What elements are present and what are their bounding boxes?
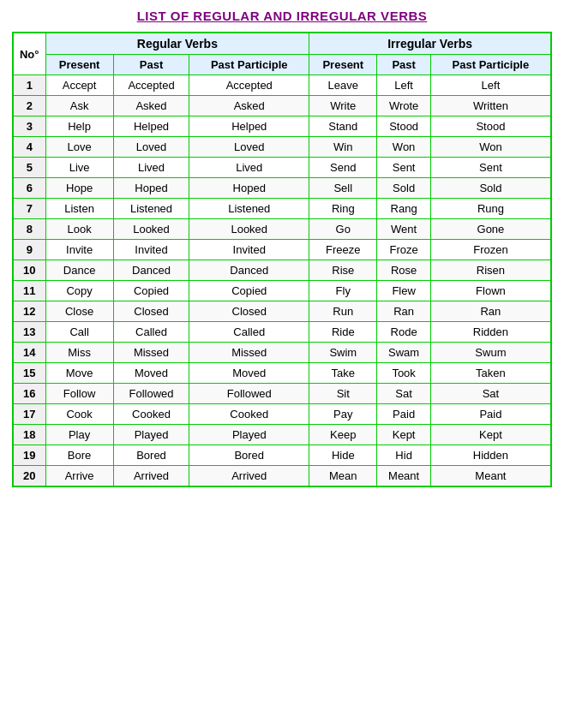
- cell-value: Went: [377, 219, 430, 240]
- cell-value: Arrived: [189, 466, 309, 487]
- row-number: 19: [13, 445, 45, 466]
- table-row: 1AcceptAcceptedAcceptedLeaveLeftLeft: [13, 75, 551, 96]
- row-number: 18: [13, 425, 45, 445]
- cell-value: Rose: [377, 260, 430, 281]
- cell-value: Meant: [377, 466, 430, 487]
- cell-value: Flew: [377, 281, 430, 301]
- irr-past-header: Past: [377, 55, 430, 75]
- cell-value: Called: [113, 322, 189, 343]
- table-row: 9InviteInvitedInvitedFreezeFrozeFrozen: [13, 240, 551, 260]
- cell-value: Moved: [189, 363, 309, 384]
- cell-value: Missed: [113, 343, 189, 363]
- table-row: 4LoveLovedLovedWinWonWon: [13, 137, 551, 158]
- cell-value: Ride: [309, 322, 377, 343]
- row-number: 9: [13, 240, 45, 260]
- row-number: 6: [13, 178, 45, 199]
- cell-value: Listened: [113, 199, 189, 219]
- row-number: 1: [13, 75, 45, 96]
- row-number: 4: [13, 137, 45, 158]
- table-row: 11CopyCopiedCopiedFlyFlewFlown: [13, 281, 551, 301]
- row-number: 8: [13, 219, 45, 240]
- cell-value: Live: [45, 158, 113, 178]
- reg-past-header: Past: [113, 55, 189, 75]
- cell-value: Closed: [189, 301, 309, 322]
- cell-value: Asked: [113, 96, 189, 116]
- cell-value: Sent: [430, 158, 551, 178]
- cell-value: Mean: [309, 466, 377, 487]
- row-number: 7: [13, 199, 45, 219]
- cell-value: Run: [309, 301, 377, 322]
- cell-value: Keep: [309, 425, 377, 445]
- cell-value: Invited: [189, 240, 309, 260]
- cell-value: Played: [113, 425, 189, 445]
- cell-value: Leave: [309, 75, 377, 96]
- cell-value: Help: [45, 116, 113, 137]
- cell-value: Swam: [377, 343, 430, 363]
- cell-value: Move: [45, 363, 113, 384]
- cell-value: Won: [377, 137, 430, 158]
- cell-value: Helped: [113, 116, 189, 137]
- cell-value: Stood: [377, 116, 430, 137]
- table-row: 2AskAskedAskedWriteWroteWritten: [13, 96, 551, 116]
- irr-pp-header: Past Participle: [430, 55, 551, 75]
- cell-value: Swum: [430, 343, 551, 363]
- cell-value: Sold: [377, 178, 430, 199]
- cell-value: Left: [377, 75, 430, 96]
- cell-value: Taken: [430, 363, 551, 384]
- table-row: 13CallCalledCalledRideRodeRidden: [13, 322, 551, 343]
- cell-value: Accepted: [113, 75, 189, 96]
- cell-value: Ran: [377, 301, 430, 322]
- cell-value: Sold: [430, 178, 551, 199]
- cell-value: Flown: [430, 281, 551, 301]
- row-number: 17: [13, 404, 45, 425]
- cell-value: Frozen: [430, 240, 551, 260]
- cell-value: Danced: [189, 260, 309, 281]
- cell-value: Played: [189, 425, 309, 445]
- cell-value: Rise: [309, 260, 377, 281]
- table-row: 6HopeHopedHopedSellSoldSold: [13, 178, 551, 199]
- reg-pp-header: Past Participle: [189, 55, 309, 75]
- cell-value: Asked: [189, 96, 309, 116]
- cell-value: Cooked: [189, 404, 309, 425]
- cell-value: Play: [45, 425, 113, 445]
- irr-present-header: Present: [309, 55, 377, 75]
- row-number: 12: [13, 301, 45, 322]
- cell-value: Took: [377, 363, 430, 384]
- cell-value: Paid: [430, 404, 551, 425]
- cell-value: Hoped: [113, 178, 189, 199]
- regular-verbs-header: Regular Verbs: [45, 33, 309, 55]
- cell-value: Rang: [377, 199, 430, 219]
- cell-value: Ask: [45, 96, 113, 116]
- cell-value: Hide: [309, 445, 377, 466]
- cell-value: Moved: [113, 363, 189, 384]
- cell-value: Arrived: [113, 466, 189, 487]
- cell-value: Danced: [113, 260, 189, 281]
- cell-value: Followed: [189, 384, 309, 404]
- row-number: 10: [13, 260, 45, 281]
- cell-value: Froze: [377, 240, 430, 260]
- cell-value: Called: [189, 322, 309, 343]
- cell-value: Hid: [377, 445, 430, 466]
- cell-value: Copy: [45, 281, 113, 301]
- table-row: 8LookLookedLookedGoWentGone: [13, 219, 551, 240]
- cell-value: Invited: [113, 240, 189, 260]
- row-number: 13: [13, 322, 45, 343]
- cell-value: Sat: [430, 384, 551, 404]
- row-number: 11: [13, 281, 45, 301]
- row-number: 2: [13, 96, 45, 116]
- cell-value: Listened: [189, 199, 309, 219]
- table-row: 17CookCookedCookedPayPaidPaid: [13, 404, 551, 425]
- cell-value: Look: [45, 219, 113, 240]
- cell-value: Pay: [309, 404, 377, 425]
- cell-value: Go: [309, 219, 377, 240]
- cell-value: Freeze: [309, 240, 377, 260]
- cell-value: Accept: [45, 75, 113, 96]
- cell-value: Take: [309, 363, 377, 384]
- cell-value: Swim: [309, 343, 377, 363]
- cell-value: Won: [430, 137, 551, 158]
- cell-value: Loved: [189, 137, 309, 158]
- reg-present-header: Present: [45, 55, 113, 75]
- cell-value: Hoped: [189, 178, 309, 199]
- table-row: 18PlayPlayedPlayedKeepKeptKept: [13, 425, 551, 445]
- cell-value: Wrote: [377, 96, 430, 116]
